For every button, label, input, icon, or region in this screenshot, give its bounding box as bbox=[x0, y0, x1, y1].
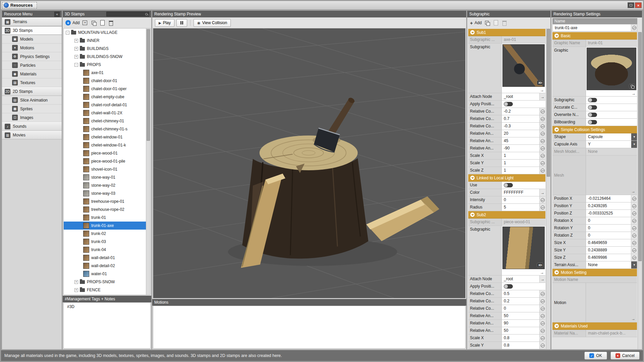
motions-area[interactable] bbox=[153, 306, 466, 349]
delete-icon[interactable] bbox=[108, 19, 114, 26]
expander-icon[interactable]: + bbox=[74, 39, 78, 43]
paste-icon[interactable] bbox=[99, 19, 106, 26]
tree-item[interactable]: trunk-01 bbox=[64, 214, 146, 222]
sidebar-item-sprites[interactable]: ▩ Sprites bbox=[2, 105, 62, 113]
property-input[interactable]: 0 bbox=[502, 196, 539, 203]
sidebar-item-sounds[interactable]: ♪ Sounds bbox=[2, 122, 62, 131]
curve-button[interactable] bbox=[539, 123, 545, 130]
sidebar-item-images[interactable]: ⊡ Images bbox=[2, 113, 62, 122]
curve-button[interactable] bbox=[631, 202, 637, 209]
sidebar-item-terrains[interactable]: ▦ Terrains bbox=[2, 17, 62, 26]
tree-item[interactable]: chelet-chimney-01-s bbox=[64, 125, 146, 133]
3d-preview-canvas[interactable] bbox=[153, 28, 465, 298]
search-input[interactable] bbox=[106, 12, 149, 16]
tree-item-trunk-01-axe[interactable]: trunk-01-axe bbox=[64, 222, 146, 230]
curve-button[interactable] bbox=[539, 312, 545, 319]
toggle-switch[interactable] bbox=[588, 113, 597, 117]
toggle-switch[interactable] bbox=[504, 183, 513, 187]
tree-folder[interactable]: - PROPS bbox=[64, 61, 146, 69]
curve-button[interactable] bbox=[539, 327, 545, 334]
curve-button[interactable] bbox=[539, 335, 545, 342]
property-input[interactable]: 0.8 bbox=[502, 342, 539, 349]
section-header[interactable]: Simple Collision Settings bbox=[552, 126, 637, 133]
property-value[interactable]: axe-01 bbox=[502, 36, 545, 43]
property-input[interactable]: 50 bbox=[502, 327, 539, 334]
property-input[interactable]: 0 bbox=[586, 232, 631, 239]
property-input[interactable]: 50 bbox=[502, 312, 539, 319]
tree-item[interactable]: stone-way-03 bbox=[64, 189, 146, 197]
section-header[interactable]: Basic bbox=[552, 32, 637, 40]
property-input[interactable]: 0.2438889 bbox=[586, 247, 631, 254]
dropdown-value[interactable]: Capsule bbox=[586, 133, 631, 140]
subgraphic-scrollbar[interactable] bbox=[546, 28, 550, 349]
curve-button[interactable] bbox=[539, 145, 545, 152]
property-input[interactable]: 0 bbox=[586, 225, 631, 232]
tags-notes-area[interactable]: #3D bbox=[63, 302, 151, 349]
open-resource-arrow[interactable]: → bbox=[540, 88, 544, 93]
curve-button[interactable] bbox=[631, 239, 637, 246]
sidebar-item-physics-settings[interactable]: ⚙ Physics Settings bbox=[2, 52, 62, 61]
sidebar-item-movies[interactable]: ▥ Movies bbox=[2, 131, 62, 139]
section-header[interactable]: Materials Used bbox=[552, 322, 637, 330]
expander-icon[interactable]: + bbox=[74, 288, 78, 292]
tree-item[interactable]: wall-detail-01 bbox=[64, 254, 146, 262]
toggle-switch[interactable] bbox=[504, 284, 513, 289]
scrollbar-thumb[interactable] bbox=[638, 32, 642, 261]
sidebar-item-materials[interactable]: ◉ Materials bbox=[2, 70, 62, 78]
tree-folder[interactable]: + PROPS-SNOW bbox=[64, 278, 146, 286]
tree-folder[interactable]: + BUILDINGS bbox=[64, 45, 146, 53]
3d-viewport[interactable] bbox=[153, 28, 466, 298]
cancel-button[interactable]: × Cancel bbox=[610, 352, 640, 360]
open-picker-arrow[interactable]: → bbox=[539, 93, 545, 100]
tree-item[interactable]: axe-01 bbox=[64, 69, 146, 77]
property-input[interactable]: 0.8 bbox=[502, 335, 539, 342]
tree-item[interactable]: chelet-window-01-k bbox=[64, 141, 146, 149]
property-value[interactable]: trunk-01 bbox=[586, 40, 637, 47]
pause-button[interactable] bbox=[176, 19, 187, 27]
tree-item[interactable]: chelet-window-01 bbox=[64, 133, 146, 141]
property-input[interactable]: 0 bbox=[586, 217, 631, 224]
dropdown-value[interactable]: None bbox=[586, 261, 631, 268]
view-collision-button[interactable]: ◉ View Collision bbox=[194, 19, 231, 27]
curve-button[interactable] bbox=[631, 232, 637, 239]
tree-folder[interactable]: + BUILDINGS-SNOW bbox=[64, 53, 146, 61]
collapse-panel-button[interactable]: « bbox=[54, 12, 60, 17]
property-input[interactable]: 5 bbox=[502, 204, 539, 211]
tree-item[interactable]: stone-way-01 bbox=[64, 173, 146, 181]
tree-item[interactable]: chalet-wall-01-2X bbox=[64, 109, 146, 117]
tree-item[interactable]: shovel-icon-01 bbox=[64, 165, 146, 173]
expander-icon[interactable]: + bbox=[74, 280, 78, 284]
tree-item[interactable]: wall-detail-02 bbox=[64, 262, 146, 270]
big-property-area[interactable]: → bbox=[586, 156, 637, 195]
tree-item[interactable]: piece-wood-01 bbox=[64, 149, 146, 157]
dropdown-value[interactable]: Y bbox=[586, 141, 631, 148]
sidebar-item-models[interactable]: ▣ Models bbox=[2, 35, 62, 44]
property-input[interactable]: 0 bbox=[502, 305, 539, 312]
open-resource-arrow[interactable]: → bbox=[540, 270, 544, 275]
open-picker-arrow[interactable]: → bbox=[539, 189, 545, 196]
settings-scrollbar[interactable] bbox=[638, 32, 642, 349]
tree-item[interactable]: water-01 bbox=[64, 270, 146, 278]
expander-icon[interactable]: + bbox=[74, 47, 78, 51]
tree-item[interactable]: chelet-chimney-01 bbox=[64, 117, 146, 125]
tree-item[interactable]: chalet-roof-detail-01 bbox=[64, 101, 146, 109]
curve-button[interactable] bbox=[631, 225, 637, 232]
property-input[interactable]: -0.02126464 bbox=[586, 195, 631, 202]
property-input[interactable]: -0.2 bbox=[502, 108, 539, 115]
resource-thumbnail[interactable]: 3D bbox=[502, 44, 545, 87]
sidebar-item-2d-stamps[interactable]: 2D 2D Stamps bbox=[2, 87, 62, 96]
add-subgraphic-button[interactable]: + Add bbox=[470, 20, 482, 26]
sidebar-item-particles[interactable]: ∷ Particles bbox=[2, 61, 62, 70]
add-folder-icon[interactable] bbox=[82, 19, 88, 26]
curve-button[interactable] bbox=[539, 290, 545, 297]
open-picker-arrow[interactable]: → bbox=[539, 276, 545, 283]
curve-button[interactable] bbox=[539, 167, 545, 174]
section-header[interactable]: Linked to Local Light bbox=[468, 174, 545, 182]
tree-item[interactable]: trunk-03 bbox=[64, 238, 146, 246]
curve-button[interactable] bbox=[631, 247, 637, 254]
property-input[interactable]: 0.5 bbox=[502, 290, 539, 297]
toggle-switch[interactable] bbox=[588, 120, 597, 124]
curve-button[interactable] bbox=[631, 210, 637, 217]
curve-button[interactable] bbox=[539, 298, 545, 305]
title-bar[interactable]: Resources × bbox=[1, 1, 643, 10]
